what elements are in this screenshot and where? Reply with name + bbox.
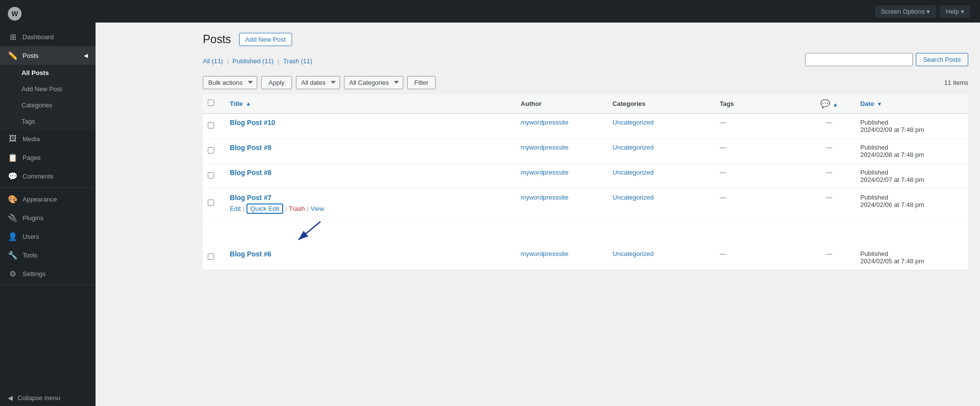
sidebar-item-label: Settings: [23, 270, 46, 278]
row-date-status: Published: [860, 250, 961, 257]
subnav-published-link[interactable]: Published (11): [233, 57, 274, 65]
bulk-actions-select[interactable]: Bulk actions: [203, 76, 257, 89]
search-posts-input[interactable]: [805, 53, 913, 66]
page-title: Posts: [203, 32, 231, 47]
row-category-link[interactable]: Uncategorized: [612, 144, 654, 151]
row-title-cell: Blog Post #9: [223, 138, 514, 163]
sidebar-item-tools[interactable]: 🔧 Tools: [0, 246, 96, 264]
th-date[interactable]: Date ▼: [854, 94, 968, 114]
row-comments-value: —: [826, 169, 832, 176]
row-checkbox[interactable]: [208, 254, 214, 260]
row-edit-link[interactable]: Edit: [230, 205, 241, 212]
post-title-link[interactable]: Blog Post #9: [230, 144, 271, 152]
settings-icon: ⚙: [8, 269, 18, 279]
apply-button[interactable]: Apply: [261, 76, 292, 89]
sidebar: W ⊞ Dashboard ✏️ Posts ◀ All Posts Add N…: [0, 0, 96, 406]
row-tags-value: —: [720, 144, 726, 151]
select-all-checkbox[interactable]: [208, 100, 214, 106]
row-category-link[interactable]: Uncategorized: [612, 119, 654, 126]
row-tags-value: —: [720, 119, 726, 126]
row-author-link[interactable]: mywordpresssite: [521, 169, 569, 176]
help-button[interactable]: Help ▾: [940, 5, 970, 18]
th-categories-label: Categories: [612, 100, 645, 107]
subnav-all-link[interactable]: All (11): [203, 57, 223, 65]
comments-icon: 💬: [8, 171, 18, 181]
row-category-link[interactable]: Uncategorized: [612, 169, 654, 176]
users-icon: 👤: [8, 231, 18, 241]
posts-table-body: Blog Post #10mywordpresssiteUncategorize…: [203, 113, 968, 270]
th-tags: Tags: [713, 94, 805, 114]
th-title[interactable]: Title ▲: [223, 94, 514, 114]
posts-icon: ✏️: [8, 51, 18, 60]
page-header: Posts Add New Post: [203, 32, 968, 47]
row-date-status: Published: [860, 169, 961, 176]
row-checkbox[interactable]: [208, 122, 214, 128]
row-actions-sep-1: |: [243, 205, 244, 212]
sidebar-item-tags[interactable]: Tags: [0, 113, 96, 129]
sidebar-item-appearance[interactable]: 🎨 Appearance: [0, 190, 96, 208]
toolbar-left: Bulk actions Apply All dates All Categor…: [203, 76, 436, 89]
screen-options-chevron-icon: ▾: [927, 8, 930, 15]
posts-arrow-icon: ◀: [84, 52, 88, 59]
sidebar-collapse-button[interactable]: ◀ Collapse menu: [0, 390, 96, 406]
row-checkbox[interactable]: [208, 200, 214, 206]
row-author-link[interactable]: mywordpresssite: [521, 119, 569, 126]
collapse-label: Collapse menu: [18, 394, 60, 402]
sidebar-item-posts[interactable]: ✏️ Posts ◀: [0, 46, 96, 65]
title-sort-icon: ▲: [246, 101, 251, 106]
row-trash-link[interactable]: Trash: [289, 205, 305, 212]
sidebar-item-all-posts[interactable]: All Posts: [0, 65, 96, 81]
row-author-link[interactable]: mywordpresssite: [521, 194, 569, 201]
row-category-link[interactable]: Uncategorized: [612, 194, 654, 201]
main-content: Posts Add New Post All (11) | Published …: [191, 23, 980, 406]
search-posts-button[interactable]: Search Posts: [916, 53, 968, 66]
post-title-link[interactable]: Blog Post #8: [230, 169, 271, 177]
th-date-label: Date: [860, 100, 874, 107]
subnav-trash-link[interactable]: Trash (11): [283, 57, 313, 65]
row-title-cell: Blog Post #10: [223, 113, 514, 138]
sidebar-item-label: Pages: [23, 154, 41, 161]
row-category-link[interactable]: Uncategorized: [612, 250, 654, 257]
table-row: Blog Post #9mywordpresssiteUncategorized…: [203, 138, 968, 163]
row-quick-edit-button[interactable]: Quick Edit: [246, 203, 283, 214]
post-title-link[interactable]: Blog Post #6: [230, 250, 271, 258]
row-date-cell: Published2024/02/08 at 7:48 pm: [854, 138, 968, 163]
categories-select[interactable]: All Categories: [344, 76, 403, 89]
row-actions-sep-3: |: [307, 205, 308, 212]
search-area: Search Posts: [805, 53, 968, 66]
sidebar-item-media[interactable]: 🖼 Media: [0, 129, 96, 148]
sidebar-item-comments[interactable]: 💬 Comments: [0, 167, 96, 185]
row-checkbox[interactable]: [208, 172, 214, 178]
wp-logo-icon: W: [8, 7, 22, 21]
add-new-post-button[interactable]: Add New Post: [239, 33, 292, 46]
sidebar-item-add-new-post[interactable]: Add New Post: [0, 81, 96, 97]
screen-options-button[interactable]: Screen Options ▾: [875, 5, 936, 18]
post-title-link[interactable]: Blog Post #10: [230, 119, 275, 127]
sidebar-item-users[interactable]: 👤 Users: [0, 227, 96, 246]
row-date-value: 2024/02/09 at 7:48 pm: [860, 126, 924, 133]
items-count: 11 items: [944, 79, 968, 86]
subnav-published-count: (11): [262, 57, 273, 65]
media-icon: 🖼: [8, 134, 18, 144]
plugins-icon: 🔌: [8, 213, 18, 223]
sidebar-item-dashboard[interactable]: ⊞ Dashboard: [0, 27, 96, 46]
row-checkbox[interactable]: [208, 147, 214, 153]
row-author-cell: mywordpresssite: [514, 138, 606, 163]
sidebar-item-categories[interactable]: Categories: [0, 97, 96, 113]
topbar: Screen Options ▾ Help ▾: [96, 0, 980, 23]
row-view-link[interactable]: View: [311, 205, 324, 212]
toolbar-row: Bulk actions Apply All dates All Categor…: [203, 76, 968, 89]
row-author-link[interactable]: mywordpresssite: [521, 144, 569, 151]
th-comments[interactable]: 💬 ▲: [805, 94, 854, 114]
th-author-label: Author: [521, 100, 542, 107]
sidebar-item-label: Comments: [23, 173, 53, 180]
sidebar-item-plugins[interactable]: 🔌 Plugins: [0, 208, 96, 227]
filter-button[interactable]: Filter: [407, 76, 436, 89]
sidebar-item-pages[interactable]: 📋 Pages: [0, 148, 96, 167]
comments-icon: 💬: [820, 100, 830, 108]
post-title-link[interactable]: Blog Post #7: [230, 194, 271, 202]
sidebar-item-settings[interactable]: ⚙ Settings: [0, 264, 96, 283]
row-author-link[interactable]: mywordpresssite: [521, 250, 569, 257]
help-label: Help: [946, 8, 959, 15]
dates-select[interactable]: All dates: [296, 76, 340, 89]
